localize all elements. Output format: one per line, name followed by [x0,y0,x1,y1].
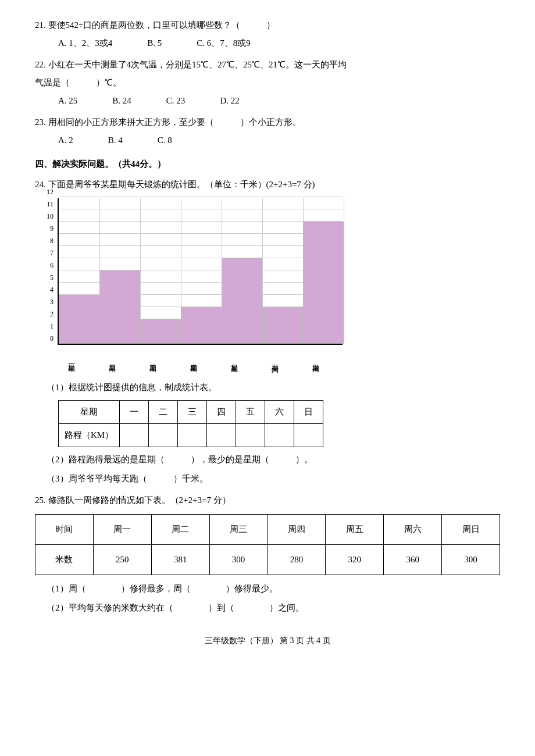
q25-table: 时间 周一 周二 周三 周四 周五 周六 周日 米数 250 381 300 2… [35,514,500,575]
q25-h-sun: 周日 [442,515,500,545]
table-header-row: 星期 一 二 三 四 五 六 日 [59,401,323,424]
q25-d-sat: 360 [384,545,442,575]
q25-h-fri: 周五 [326,515,384,545]
chart-area: 0 1 2 3 4 5 6 7 8 9 10 11 12 [47,198,343,345]
bar-tuesday [99,270,140,344]
bar-friday [222,258,262,344]
y-label-10: 10 [47,211,55,223]
x-axis-labels: 星期一 星期二 星期三 星期四 星期五 星期六 星期日 [67,345,352,374]
table-data-row: 路程（KM） [59,424,323,447]
header-sun: 日 [294,401,323,424]
q22-options: A. 25 B. 24 C. 23 D. 22 [58,93,500,109]
q25-d-fri: 320 [326,545,384,575]
q25-header-row: 时间 周一 周二 周三 周四 周五 周六 周日 [35,515,500,545]
header-sat: 六 [265,401,294,424]
y-label-9: 9 [47,223,55,235]
bar-chart: 0 1 2 3 4 5 6 7 8 9 10 11 12 [47,198,500,374]
footer-text: 三年级数学（下册） 第 3 页 共 4 页 [205,636,331,645]
q24-text: 24. 下面是周爷爷某星期每天锻炼的统计图。（单位：千米）(2+2+3=7 分) [35,177,500,192]
q23-optC: C. 8 [158,133,172,148]
q25-h-wed: 周三 [209,515,268,545]
q21-optA: A. 1、2、3或4 [58,35,112,51]
q25-h-sat: 周六 [384,515,442,545]
q25-d-sun: 300 [442,545,500,575]
q25-text: 25. 修路队一周修路的情况如下表。（2+2+3=7 分） [35,493,500,508]
bar-monday [59,295,99,344]
q25-h-tue: 周二 [151,515,209,545]
q24-table: 星期 一 二 三 四 五 六 日 路程（KM） [58,400,323,447]
q23-text: 23. 用相同的小正方形来拼大正方形，至少要（ ）个小正方形。 [35,115,500,130]
bar-thursday [181,307,222,344]
q21-options: A. 1、2、3或4 B. 5 C. 6、7、8或9 [58,35,500,51]
q21-optB: B. 5 [147,35,162,51]
cell-mon [120,424,149,447]
y-label-11: 11 [47,198,55,211]
cell-thu [207,424,236,447]
y-label-4: 4 [47,284,55,296]
q25-d-wed: 300 [209,545,268,575]
y-label-0: 0 [47,333,55,345]
cell-tue [149,424,178,447]
x-label-sat: 星期六 [271,345,312,374]
q24-sub2: （2）路程跑得最远的是星期（ ），最少的是星期（ ）。 [47,452,500,468]
q22-text: 22. 小红在一天中测量了4次气温，分别是15℃、27℃、25℃、21℃。这一天… [35,57,500,73]
q21-optC: C. 6、7、8或9 [197,35,251,51]
header-weekday: 星期 [59,401,120,424]
cell-sun [294,424,323,447]
header-mon: 一 [120,401,149,424]
q23-optA: A. 2 [58,133,73,148]
q24-sub1: （1）根据统计图提供的信息，制成统计表。 星期 一 二 三 四 五 六 日 路程… [47,380,500,447]
y-label-8: 8 [47,235,55,247]
x-label-mon: 星期一 [67,345,108,374]
page-footer: 三年级数学（下册） 第 3 页 共 4 页 [35,633,500,648]
q22-optA: A. 25 [58,93,77,109]
bar-wednesday [140,319,181,344]
q22-optC: C. 23 [166,93,186,109]
y-label-7: 7 [47,247,55,259]
header-tue: 二 [149,401,178,424]
q25-d-label: 米数 [35,545,94,575]
row-label-km: 路程（KM） [59,424,120,447]
x-label-thu: 星期四 [190,345,230,374]
cell-sat [265,424,294,447]
chart-grid [58,198,343,345]
q22-optD: D. 22 [220,93,239,109]
q22-text2: 气温是（ ）℃。 [35,75,500,91]
q25-h-time: 时间 [35,515,94,545]
x-label-fri: 星期五 [230,345,271,374]
q23-options: A. 2 B. 4 C. 8 [58,133,500,148]
q24-sub3: （3）周爷爷平均每天跑（ ）千米。 [47,471,500,487]
q23-optB: B. 4 [108,133,123,148]
x-label-wed: 星期三 [149,345,190,374]
q25-d-mon: 250 [93,545,151,575]
y-label-5: 5 [47,272,55,284]
x-label-tue: 星期二 [108,345,149,374]
y-label-3: 3 [47,296,55,308]
q25-sub2: （2）平均每天修的米数大约在（ ）到（ ）之间。 [47,600,500,616]
x-label-sun: 星期日 [312,345,352,374]
q25-h-thu: 周四 [268,515,326,545]
q25-sub1: （1）周（ ）修得最多，周（ ）修得最少。 [47,581,500,597]
cell-fri [236,424,265,447]
q24-sub1-label: （1）根据统计图提供的信息，制成统计表。 [47,380,500,395]
q22-optB: B. 24 [112,93,131,109]
y-label-6: 6 [47,259,55,272]
header-fri: 五 [236,401,265,424]
q25-h-mon: 周一 [93,515,151,545]
q25-data-row: 米数 250 381 300 280 320 360 300 [35,545,500,575]
header-wed: 三 [178,401,207,424]
question-25: 25. 修路队一周修路的情况如下表。（2+2+3=7 分） 时间 周一 周二 周… [35,493,500,616]
y-label-12: 12 [47,186,55,198]
y-label-1: 1 [47,320,55,333]
bar-saturday [262,307,303,344]
bar-sunday [303,222,344,344]
question-23: 23. 用相同的小正方形来拼大正方形，至少要（ ）个小正方形。 A. 2 B. … [35,115,500,148]
q25-d-thu: 280 [268,545,326,575]
y-axis: 0 1 2 3 4 5 6 7 8 9 10 11 12 [47,198,55,345]
y-label-2: 2 [47,308,55,320]
q21-text: 21. 要使542÷口的商是两位数，口里可以填哪些数？（ ） [35,17,500,33]
question-22: 22. 小红在一天中测量了4次气温，分别是15℃、27℃、25℃、21℃。这一天… [35,57,500,109]
q25-d-tue: 381 [151,545,209,575]
question-24: 24. 下面是周爷爷某星期每天锻炼的统计图。（单位：千米）(2+2+3=7 分)… [35,177,500,487]
header-thu: 四 [207,401,236,424]
